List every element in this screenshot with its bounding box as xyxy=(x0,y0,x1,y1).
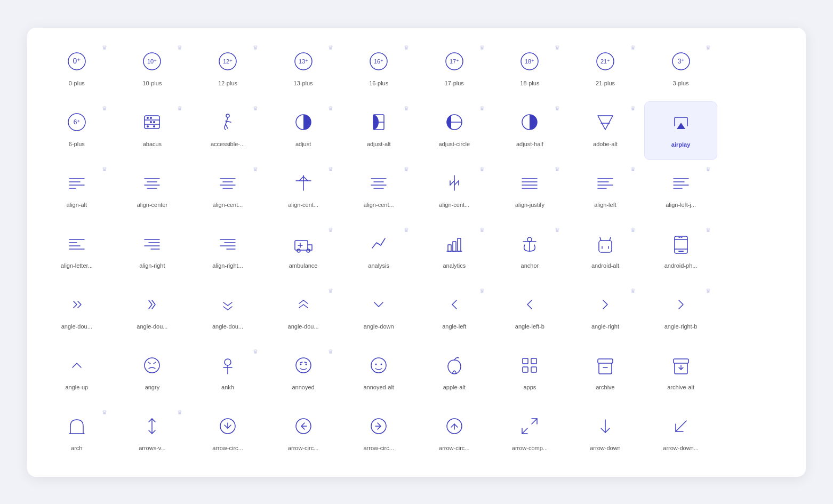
icon-cell-angle-dou2[interactable]: angle-dou... xyxy=(116,284,189,342)
icon-cell-arrow-circle-down[interactable]: arrow-circ... xyxy=(191,405,265,464)
icon-svg-apps xyxy=(515,351,544,380)
icon-cell-align-letter[interactable]: align-letter... xyxy=(40,223,114,282)
icon-cell-16-plus[interactable]: ♛16⁺16-plus xyxy=(342,41,415,99)
crown-icon: ♛ xyxy=(630,227,636,233)
icon-svg-13-plus: 13⁺ xyxy=(289,47,318,76)
icon-cell-apps[interactable]: apps xyxy=(493,345,567,403)
icon-cell-angle-up[interactable]: angle-up xyxy=(40,345,114,403)
icon-cell-annoyed-alt[interactable]: annoyed-alt xyxy=(342,345,415,403)
icon-cell-arrow-circle-left[interactable]: arrow-circ... xyxy=(267,405,340,464)
svg-marker-35 xyxy=(677,123,685,129)
icon-label-anchor: anchor xyxy=(495,262,565,269)
icon-cell-arrow-down[interactable]: arrow-down xyxy=(568,405,642,464)
icon-cell-anchor[interactable]: ♛anchor xyxy=(493,223,567,282)
icon-cell-angle-right-b[interactable]: ♛angle-right-b xyxy=(644,284,718,342)
icon-cell-archive-alt[interactable]: archive-alt xyxy=(644,345,718,403)
icon-cell-arrow-down-left[interactable]: arrow-down... xyxy=(644,405,718,464)
icon-label-align-center: align-center xyxy=(118,202,187,208)
icon-cell-adjust-alt[interactable]: ♛adjust-alt xyxy=(342,101,415,160)
icon-cell-apple-alt[interactable]: apple-alt xyxy=(418,345,491,403)
icon-cell-align-alt[interactable]: ♛align-alt xyxy=(40,162,114,221)
svg-point-28 xyxy=(153,125,155,127)
icon-label-angle-left: angle-left xyxy=(420,323,489,330)
icon-cell-arrow-circle-right[interactable]: arrow-circ... xyxy=(342,405,415,464)
icon-svg-accessible xyxy=(213,108,242,137)
crown-icon: ♛ xyxy=(328,166,333,172)
crown-icon: ♛ xyxy=(706,227,711,233)
svg-point-102 xyxy=(296,358,311,373)
icon-cell-17-plus[interactable]: ♛17⁺17-plus xyxy=(418,41,491,99)
icon-cell-align-justify[interactable]: ♛align-justify xyxy=(493,162,567,221)
icon-svg-align-left xyxy=(591,169,620,197)
icon-cell-ambulance[interactable]: ♛ambulance xyxy=(267,223,340,282)
icon-cell-angle-dou1[interactable]: angle-dou... xyxy=(40,284,114,342)
icon-svg-angle-down xyxy=(364,290,393,319)
icon-cell-align-right[interactable]: align-right xyxy=(116,223,189,282)
icon-label-17-plus: 17-plus xyxy=(420,80,489,86)
icon-label-adjust: adjust xyxy=(269,141,338,147)
icon-cell-angle-down[interactable]: angle-down xyxy=(342,284,415,342)
icon-cell-analysis[interactable]: ♛analysis xyxy=(342,223,415,282)
icon-cell-angle-left-b[interactable]: angle-left-b xyxy=(493,284,567,342)
icon-cell-align-right2[interactable]: align-right... xyxy=(191,223,265,282)
icon-cell-arrow-circle-up[interactable]: arrow-circ... xyxy=(418,405,491,464)
icon-cell-ankh[interactable]: ♛ankh xyxy=(191,345,265,403)
icon-cell-align-cent3[interactable]: ♛align-cent... xyxy=(267,162,340,221)
icon-cell-airplay[interactable]: airplay xyxy=(644,101,718,160)
icon-cell-abacus[interactable]: ♛abacus xyxy=(116,101,189,160)
icon-cell-18-plus[interactable]: ♛18⁺18-plus xyxy=(493,41,567,99)
icon-svg-arrow-circle-left xyxy=(289,412,318,441)
icon-label-arch: arch xyxy=(42,445,111,451)
icon-cell-align-left-j[interactable]: ♛align-left-j... xyxy=(644,162,718,221)
icon-cell-adjust-circle[interactable]: ♛adjust-circle xyxy=(418,101,491,160)
icon-cell-21-plus[interactable]: ♛21⁺21-plus xyxy=(568,41,642,99)
icon-label-arrow-down-left: arrow-down... xyxy=(646,445,716,451)
icon-svg-abacus xyxy=(138,108,166,137)
icon-cell-12-plus[interactable]: ♛12⁺12-plus xyxy=(191,41,265,99)
crown-icon: ♛ xyxy=(404,166,409,172)
icon-cell-angle-left[interactable]: ♛angle-left xyxy=(418,284,491,342)
icon-svg-angle-left xyxy=(440,290,469,319)
icon-cell-annoyed[interactable]: ♛annoyed xyxy=(267,345,340,403)
icon-cell-align-cent4[interactable]: ♛align-cent... xyxy=(342,162,415,221)
icon-label-ambulance: ambulance xyxy=(269,262,338,269)
icon-cell-android-ph[interactable]: ♛android-ph... xyxy=(644,223,718,282)
icon-label-align-right: align-right xyxy=(118,262,187,269)
icon-cell-13-plus[interactable]: ♛13⁺13-plus xyxy=(267,41,340,99)
icon-cell-analytics[interactable]: ♛analytics xyxy=(418,223,491,282)
icon-svg-align-cent4 xyxy=(364,169,393,197)
crown-icon: ♛ xyxy=(555,45,560,51)
icon-cell-angle-dou4[interactable]: ♛angle-dou... xyxy=(267,284,340,342)
icon-svg-16-plus: 16⁺ xyxy=(364,47,393,76)
icon-cell-align-center[interactable]: align-center xyxy=(116,162,189,221)
icon-cell-angry[interactable]: angry xyxy=(116,345,189,403)
icon-label-annoyed-alt: annoyed-alt xyxy=(344,384,413,390)
svg-point-107 xyxy=(381,363,382,365)
icon-cell-0-plus[interactable]: ♛0⁺0-plus xyxy=(40,41,114,99)
icon-svg-adjust-circle xyxy=(440,108,469,137)
icon-cell-accessible[interactable]: ♛accessible-... xyxy=(191,101,265,160)
icon-cell-arrows-v[interactable]: ♛arrows-v... xyxy=(116,405,189,464)
icon-cell-3-plus[interactable]: ♛3⁺3-plus xyxy=(644,41,718,99)
icon-cell-align-left[interactable]: ♛align-left xyxy=(568,162,642,221)
icon-cell-10-plus[interactable]: ♛10⁺10-plus xyxy=(116,41,189,99)
icon-cell-adjust-half[interactable]: ♛adjust-half xyxy=(493,101,567,160)
icon-cell-adobe-alt[interactable]: ♛adobe-alt xyxy=(568,101,642,160)
icon-cell-6-plus[interactable]: ♛6⁺6-plus xyxy=(40,101,114,160)
icon-cell-arrow-compress[interactable]: arrow-comp... xyxy=(493,405,567,464)
icon-cell-adjust[interactable]: ♛adjust xyxy=(267,101,340,160)
icon-cell-align-cent5[interactable]: ♛align-cent... xyxy=(418,162,491,221)
crown-icon: ♛ xyxy=(253,166,258,172)
icon-label-angle-dou2: angle-dou... xyxy=(118,323,187,330)
crown-icon: ♛ xyxy=(404,45,409,51)
icon-cell-archive[interactable]: archive xyxy=(568,345,642,403)
icon-cell-angle-right[interactable]: ♛angle-right xyxy=(568,284,642,342)
icon-label-align-alt: align-alt xyxy=(42,202,111,208)
icon-cell-android-alt[interactable]: ♛android-alt xyxy=(568,223,642,282)
icon-cell-align-cent2[interactable]: ♛align-cent... xyxy=(191,162,265,221)
icon-cell-angle-dou3[interactable]: angle-dou... xyxy=(191,284,265,342)
crown-icon: ♛ xyxy=(177,106,182,111)
icon-label-12-plus: 12-plus xyxy=(193,80,262,86)
crown-icon: ♛ xyxy=(555,106,560,111)
icon-cell-arch[interactable]: ♛arch xyxy=(40,405,114,464)
